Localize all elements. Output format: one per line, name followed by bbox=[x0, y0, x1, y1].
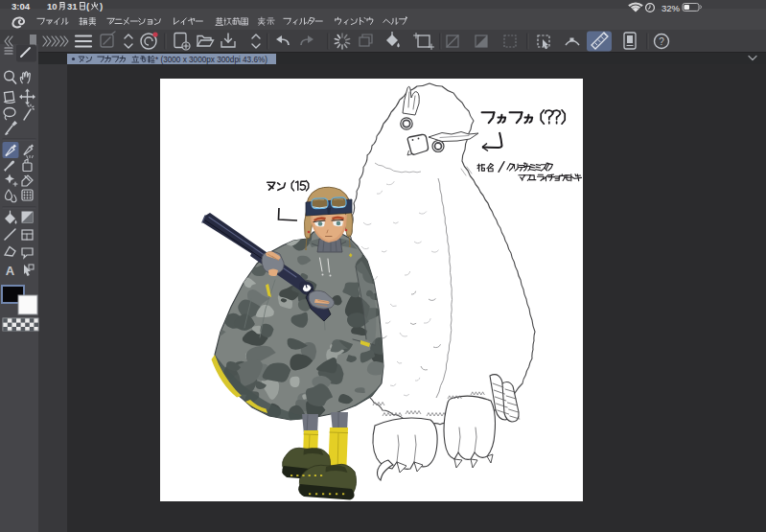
svg-text:): ) bbox=[100, 1, 103, 12]
svg-text:(: ( bbox=[86, 1, 90, 12]
svg-text:* (3000 x 3000px 300dpi 43.6%): * (3000 x 3000px 300dpi 43.6%) bbox=[155, 56, 267, 64]
svg-text:?: ? bbox=[659, 36, 664, 47]
svg-text:10: 10 bbox=[47, 1, 58, 12]
svg-text:31: 31 bbox=[67, 1, 78, 12]
svg-text:A: A bbox=[6, 264, 15, 278]
